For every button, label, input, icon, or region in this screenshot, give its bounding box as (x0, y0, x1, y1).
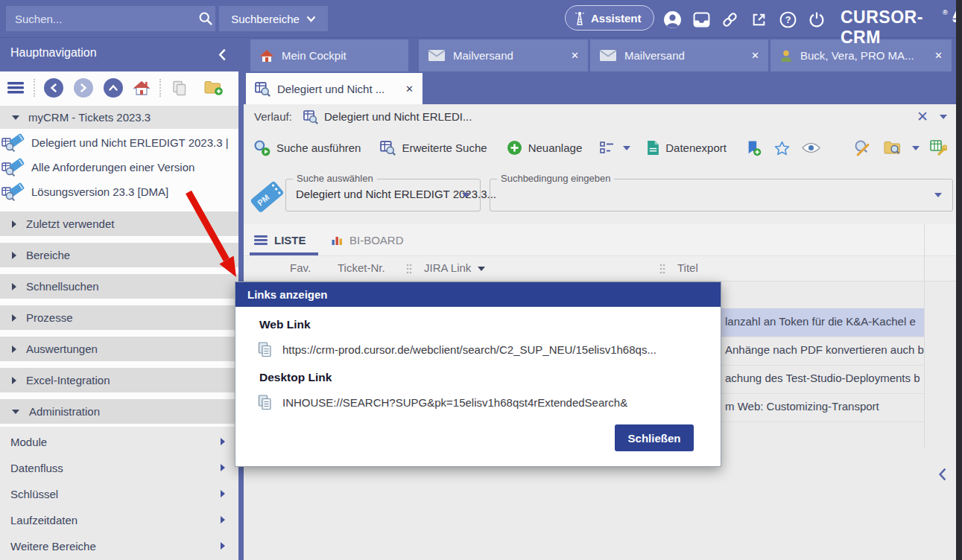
clear-history-icon[interactable]: ✕ (917, 108, 928, 125)
tree-item-delegiert[interactable]: Delegiert und Nicht ERLEDIGT 2023.3 | (0, 130, 238, 155)
table-right-border (924, 224, 925, 448)
external-link-icon[interactable] (749, 10, 768, 29)
web-link-row[interactable]: https://crm-prod.cursor.de/webclient/sea… (258, 342, 656, 357)
sidebar-section-auswertungen[interactable]: Auswertungen (0, 337, 238, 361)
collapse-sidebar-icon[interactable] (218, 48, 227, 61)
sidebar-section-schnellsuchen[interactable]: Schnellsuchen (0, 274, 238, 299)
search-condition-field[interactable]: Suchbedingung eingeben (490, 179, 953, 211)
history-value[interactable]: Delegiert und Nicht ERLEDI... (324, 110, 472, 123)
section-label: Excel-Integration (26, 374, 110, 386)
row-title: lanzahl an Token für die K&A-Kachel e (725, 315, 916, 328)
sidebar-section-administration[interactable]: Administration (0, 399, 238, 424)
window-edge (956, 0, 962, 560)
tree-item-loesungsversion[interactable]: Lösungsversion 23.3 [DMA] (0, 179, 238, 204)
help-icon[interactable]: ? (778, 10, 797, 29)
close-tab-icon[interactable]: ✕ (751, 50, 759, 61)
sidebar-item-module[interactable]: Module (0, 428, 238, 455)
copy-icon[interactable] (168, 77, 191, 99)
sidebar-item-schluessel[interactable]: Schlüssel (0, 480, 238, 507)
section-label: Zuletzt verwendet (26, 217, 114, 230)
column-jira-link[interactable]: JIRA Link (424, 261, 471, 274)
sidebar-item-laufzeitdaten[interactable]: Laufzeitdaten (0, 506, 238, 533)
nav-up-icon[interactable] (102, 77, 124, 99)
watch-eye-button[interactable] (802, 142, 820, 153)
copy-icon[interactable] (258, 395, 272, 410)
nav-forward-icon[interactable] (72, 77, 95, 99)
tree-root[interactable]: myCRM - Tickets 2023.3 (0, 106, 238, 129)
sort-icon[interactable] (478, 267, 485, 271)
desktop-link-url[interactable]: INHOUSE://SEARCH?SUPG&pk=15elisv1h68qst4… (282, 396, 627, 409)
item-label: Datenfluss (10, 462, 63, 474)
close-dialog-button[interactable]: Schließen (615, 424, 694, 451)
star-icon (774, 141, 790, 156)
column-ticket-nr[interactable]: Ticket-Nr. (338, 261, 385, 274)
data-export-button[interactable]: Datenexport (647, 140, 727, 156)
collapse-panel-icon[interactable] (938, 468, 947, 481)
favorite-star-button[interactable] (774, 141, 790, 156)
sidebar-section-bereiche[interactable]: Bereiche (0, 243, 238, 267)
drag-handle-icon[interactable] (659, 264, 665, 274)
top-bar: Suchbereiche Assistent ? (0, 0, 962, 38)
user-icon[interactable] (662, 10, 682, 29)
eye-icon (802, 142, 820, 153)
tree-item-alle-anforderungen[interactable]: Alle Anforderungen einer Version (0, 155, 238, 179)
close-tab-icon[interactable]: ✕ (571, 50, 579, 61)
tab-bi-board[interactable]: BI-BOARD (332, 224, 404, 255)
search-scope-label: Suchbereiche (231, 13, 300, 25)
inbox-icon[interactable] (692, 10, 711, 29)
sidebar-section-zuletzt-verwendet[interactable]: Zuletzt verwendet (0, 211, 238, 236)
view-config-icon (600, 141, 614, 154)
extended-search-button[interactable]: Erweiterte Suche (380, 140, 487, 156)
search-icon[interactable] (196, 9, 215, 28)
assistant-button[interactable]: Assistent (565, 5, 654, 31)
chevron-down-icon[interactable] (934, 193, 942, 197)
column-fav[interactable]: Fav. (290, 261, 311, 274)
nav-back-icon[interactable] (42, 77, 65, 99)
search-scope-button[interactable]: Suchbereiche (219, 6, 328, 31)
sidebar-section-excel-integration[interactable]: Excel-Integration (0, 368, 238, 392)
home-icon[interactable] (130, 77, 153, 99)
search-select-field[interactable]: Suche auswählen Delegiert und Nicht ERLE… (285, 179, 481, 211)
plus-circle-icon (507, 140, 522, 156)
sidebar-section-prozesse[interactable]: Prozesse (0, 305, 238, 330)
menu-icon[interactable] (4, 77, 27, 99)
chevron-right-icon (221, 542, 225, 550)
power-icon[interactable] (807, 10, 826, 29)
close-tab-icon[interactable]: ✕ (934, 50, 943, 61)
bookmark-add-button[interactable] (746, 140, 762, 156)
tab-liste[interactable]: LISTE (254, 224, 306, 255)
copy-icon[interactable] (258, 342, 272, 357)
tab-mailversand-2[interactable]: Mailversand ✕ (590, 39, 768, 71)
pm-ticket-icon: PM (250, 175, 287, 217)
dialog-title-bar[interactable]: Links anzeigen (235, 282, 721, 307)
chevron-down-icon[interactable] (462, 193, 469, 197)
subtab-delegiert[interactable]: Delegiert und Nicht ... ✕ (246, 73, 423, 104)
table-wrench-icon (930, 140, 947, 156)
chevron-right-icon (12, 252, 16, 259)
web-link-url[interactable]: https://crm-prod.cursor.de/webclient/sea… (282, 343, 656, 356)
sidebar: myCRM - Tickets 2023.3 Delegiert und Nic… (0, 104, 238, 560)
drag-handle-icon[interactable] (406, 264, 412, 274)
new-record-button[interactable]: Neuanlage (507, 140, 583, 156)
view-config-button[interactable] (600, 141, 630, 154)
tab-mailversand-1[interactable]: Mailversand ✕ (419, 39, 588, 71)
lighthouse-icon (575, 10, 585, 26)
history-dropdown-icon[interactable] (940, 115, 947, 119)
column-titel[interactable]: Titel (677, 261, 698, 274)
tab-mein-cockpit[interactable]: Mein Cockpit (250, 39, 408, 71)
table-settings-button[interactable] (930, 140, 947, 156)
sidebar-item-datenfluss[interactable]: Datenfluss (0, 454, 238, 481)
folder-search-button[interactable] (884, 140, 920, 156)
desktop-link-row[interactable]: INHOUSE://SEARCH?SUPG&pk=15elisv1h68qst4… (258, 395, 627, 410)
global-search[interactable] (6, 6, 215, 31)
folder-add-icon[interactable] (203, 77, 225, 99)
search-ticket-icon (1, 158, 25, 177)
run-search-button[interactable]: Suche ausführen (253, 139, 361, 156)
sidebar-item-weitere-bereiche[interactable]: Weitere Bereiche (0, 532, 238, 559)
item-label: Laufzeitdaten (10, 514, 77, 526)
search-input[interactable] (6, 13, 196, 25)
row-title: achung des Test-Studio-Deployments b (725, 372, 920, 384)
edit-search-button[interactable] (853, 139, 870, 156)
close-subtab-icon[interactable]: ✕ (405, 83, 414, 95)
link-icon[interactable] (720, 10, 739, 29)
